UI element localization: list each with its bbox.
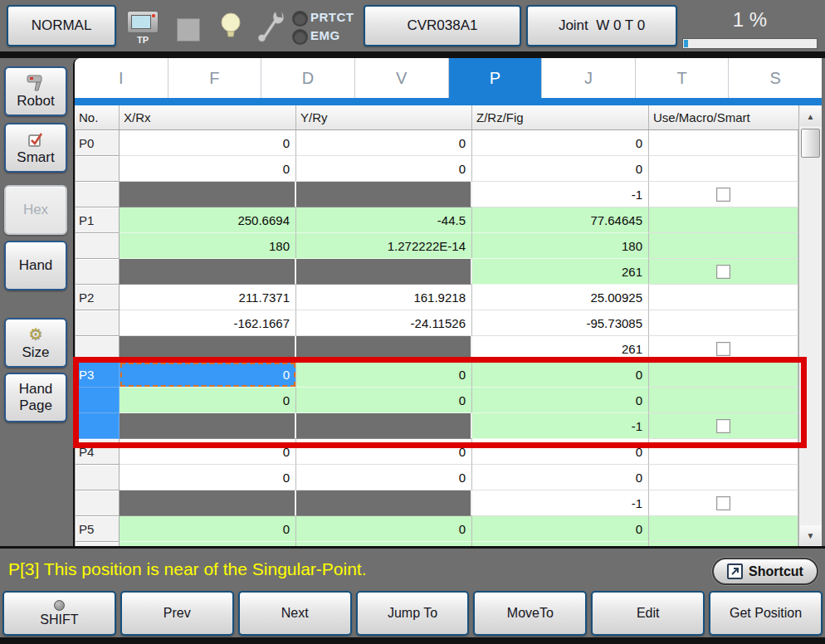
use-cell[interactable] (649, 259, 798, 285)
sidebar-button-hand[interactable]: Hand (4, 241, 67, 290)
use-cell[interactable] (649, 490, 798, 516)
value-cell[interactable]: 0 (120, 362, 296, 388)
value-cell[interactable]: -44.5 (296, 207, 472, 233)
use-cell[interactable] (649, 233, 798, 259)
value-cell[interactable]: 0 (120, 439, 296, 465)
bottom-button-prev[interactable]: Prev (120, 591, 234, 636)
use-cell[interactable] (649, 388, 798, 413)
use-checkbox[interactable] (716, 342, 730, 356)
value-cell[interactable]: 0 (472, 130, 649, 156)
use-cell[interactable] (649, 336, 798, 362)
use-cell[interactable] (649, 285, 798, 310)
row-number-cell[interactable] (75, 413, 120, 439)
tab-f[interactable]: F (168, 58, 262, 98)
value-cell[interactable]: -95.73085 (472, 310, 649, 336)
value-cell[interactable]: 0 (296, 516, 472, 542)
value-cell[interactable]: 0 (296, 362, 472, 388)
value-cell[interactable]: 0 (472, 516, 649, 542)
row-number-cell[interactable] (75, 490, 120, 516)
use-cell[interactable] (649, 516, 798, 542)
use-checkbox[interactable] (716, 419, 730, 433)
value-cell[interactable]: -1 (472, 413, 649, 439)
value-cell[interactable]: 0 (296, 130, 472, 156)
row-number-cell[interactable] (75, 465, 120, 490)
bottom-button-next[interactable]: Next (238, 591, 352, 636)
use-cell[interactable] (649, 362, 798, 388)
value-cell[interactable]: 0 (296, 439, 472, 465)
row-number-cell[interactable] (75, 259, 120, 285)
program-button[interactable]: CVR038A1 (364, 5, 521, 46)
row-number-cell[interactable] (75, 156, 120, 182)
use-cell[interactable] (649, 156, 798, 182)
tab-v[interactable]: V (355, 58, 449, 98)
tab-t[interactable]: T (636, 58, 730, 98)
value-cell[interactable]: 0 (120, 465, 296, 490)
bottom-button-shift[interactable]: SHIFT (2, 591, 116, 636)
scroll-up-button[interactable]: ▲ (800, 106, 821, 126)
value-cell[interactable]: 0 (120, 130, 296, 156)
use-cell[interactable] (649, 130, 798, 156)
value-cell[interactable]: -162.1667 (120, 310, 296, 336)
tab-p[interactable]: P (449, 58, 543, 98)
value-cell[interactable]: 211.7371 (120, 285, 296, 310)
shortcut-button[interactable]: Shortcut (712, 558, 818, 585)
row-number-cell[interactable] (75, 233, 120, 259)
value-cell[interactable]: 180 (120, 233, 296, 259)
row-number-cell[interactable] (75, 182, 120, 207)
row-number-cell[interactable] (75, 336, 120, 362)
row-number-cell[interactable]: P3 (75, 362, 120, 388)
row-number-cell[interactable]: P2 (75, 285, 120, 310)
sidebar-button-size[interactable]: ⚙Size (4, 318, 67, 368)
value-cell[interactable]: 0 (296, 465, 472, 490)
sidebar-button-hand-page[interactable]: Hand Page (4, 373, 67, 422)
value-cell[interactable]: -1 (472, 182, 649, 207)
value-cell[interactable]: 250.6694 (120, 207, 296, 233)
value-cell[interactable]: 0 (472, 156, 649, 182)
value-cell[interactable]: 0 (472, 388, 649, 413)
use-checkbox[interactable] (716, 496, 730, 510)
value-cell[interactable]: -1 (472, 490, 649, 516)
use-cell[interactable] (649, 439, 798, 465)
value-cell[interactable]: 180 (472, 233, 649, 259)
value-cell[interactable]: 0 (120, 516, 296, 542)
value-cell[interactable]: 0 (120, 388, 296, 413)
scroll-thumb[interactable] (801, 129, 820, 158)
value-cell[interactable]: 0 (472, 465, 649, 490)
bottom-button-moveto[interactable]: MoveTo (473, 591, 587, 636)
row-number-cell[interactable] (75, 388, 120, 413)
value-cell[interactable]: 261 (472, 259, 649, 285)
value-cell[interactable]: 25.00925 (472, 285, 649, 310)
bottom-button-jump-to[interactable]: Jump To (356, 591, 470, 636)
use-checkbox[interactable] (716, 188, 730, 202)
value-cell[interactable]: 0 (296, 156, 472, 182)
row-number-cell[interactable]: P4 (75, 439, 120, 465)
value-cell[interactable]: 261 (472, 336, 649, 362)
sidebar-button-robot[interactable]: Robot (4, 66, 67, 116)
row-number-cell[interactable] (75, 310, 120, 336)
value-cell[interactable]: 161.9218 (296, 285, 472, 310)
scroll-down-button[interactable]: ▼ (800, 525, 821, 545)
value-cell[interactable]: -24.11526 (296, 310, 472, 336)
mode-button[interactable]: NORMAL (7, 5, 116, 46)
value-cell[interactable]: 0 (296, 388, 472, 413)
use-cell[interactable] (649, 413, 798, 439)
value-cell[interactable]: 1.272222E-14 (296, 233, 472, 259)
tab-j[interactable]: J (542, 58, 636, 98)
use-checkbox[interactable] (716, 265, 730, 279)
value-cell[interactable]: 77.64645 (472, 207, 649, 233)
joint-mode-button[interactable]: Joint W 0 T 0 (526, 5, 677, 46)
bottom-button-edit[interactable]: Edit (591, 591, 705, 636)
vertical-scrollbar[interactable]: ▲ ▼ (798, 105, 822, 546)
bottom-button-get-position[interactable]: Get Position (709, 591, 823, 636)
row-number-cell[interactable]: P0 (75, 130, 120, 156)
tab-d[interactable]: D (261, 58, 355, 98)
row-number-cell[interactable]: P1 (75, 207, 120, 233)
tab-s[interactable]: S (729, 58, 822, 98)
sidebar-button-smart[interactable]: Smart (4, 123, 67, 173)
value-cell[interactable]: 0 (472, 439, 649, 465)
use-cell[interactable] (649, 310, 798, 336)
value-cell[interactable]: 0 (472, 362, 649, 388)
use-cell[interactable] (649, 465, 798, 490)
use-cell[interactable] (649, 182, 798, 207)
value-cell[interactable]: 0 (120, 156, 296, 182)
